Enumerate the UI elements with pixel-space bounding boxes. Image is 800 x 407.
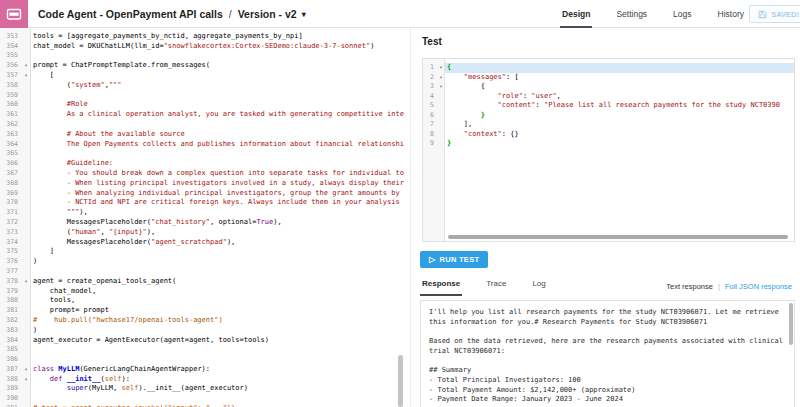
test-input-editor[interactable]: 1▾{2▾ "messages": [3▾ {4 "role": "user",…: [422, 58, 795, 242]
code-line: 4 "role": "user",: [423, 92, 794, 102]
app-window: Code Agent - OpenPayment API calls / Ver…: [0, 0, 800, 407]
code-agent-icon: [0, 0, 28, 28]
response-line: trial NCT03906071:: [429, 347, 786, 357]
code-line: 2▾ "messages": [: [423, 73, 794, 83]
response-line: Based on the data retrieved, here are th…: [429, 337, 786, 347]
code-line: 388▾ def __init__(self):: [0, 375, 404, 385]
code-line: 357▾ [: [0, 71, 404, 81]
code-line: 370 - NCTId and NPI are critical foreign…: [0, 198, 404, 208]
tab-trace[interactable]: Trace: [484, 277, 508, 296]
code-line: 360 #Role: [0, 100, 404, 110]
code-line: 354chat_model = DKUChatLLM(llm_id="snowf…: [0, 42, 404, 52]
code-line: 376): [0, 257, 404, 267]
code-line: 371 """),: [0, 208, 404, 218]
full-json-response-link[interactable]: Full JSON response: [725, 282, 792, 291]
header: Code Agent - OpenPayment API calls / Ver…: [0, 0, 800, 28]
code-line: 377: [0, 267, 404, 277]
code-line: 355: [0, 51, 404, 61]
code-line: 386: [0, 355, 404, 365]
response-format-links: Text response | Full JSON response: [666, 282, 792, 291]
code-line: 364 The Open Payments collects and publi…: [0, 140, 404, 150]
code-line: 362: [0, 120, 404, 130]
code-line: 9}: [423, 139, 794, 149]
saved-button[interactable]: SAVED!: [749, 5, 800, 23]
panel-divider: [410, 28, 411, 407]
test-editor-hscrollbar[interactable]: [448, 235, 788, 239]
response-line: [429, 327, 786, 337]
response-line: ## Summary: [429, 366, 786, 376]
code-line: 8 "context": {}: [423, 130, 794, 140]
response-output[interactable]: I'll help you list all research payments…: [420, 300, 795, 407]
play-icon: ▷: [429, 256, 435, 264]
code-line: 6 }: [423, 111, 794, 121]
code-line: 1▾{: [423, 63, 794, 73]
code-line: 382# hub.pull("hwchase17/openai-tools-ag…: [0, 316, 404, 326]
save-icon: [758, 10, 767, 19]
response-line: this information for you.# Research Paym…: [429, 318, 786, 328]
code-line: 378▾agent = create_openai_tools_agent(: [0, 277, 404, 287]
tab-response[interactable]: Response: [420, 277, 462, 296]
page-title: Code Agent - OpenPayment API calls: [38, 8, 223, 20]
code-line: 356▾prompt = ChatPromptTemplate.from_mes…: [0, 61, 404, 71]
code-line: 369 - When analyzing individual principa…: [0, 189, 404, 199]
code-line: 359: [0, 91, 404, 101]
code-line: 361 As a clinical operation analyst, you…: [0, 110, 404, 120]
code-line: 367 - You should break down a complex qu…: [0, 169, 404, 179]
version-label: Version - v2: [238, 8, 297, 20]
code-line: 380 tools,: [0, 296, 404, 306]
code-line: 375 ]: [0, 247, 404, 257]
chevron-down-icon: ▾: [302, 10, 306, 19]
code-line: 366 #Guideline:: [0, 159, 404, 169]
code-line: 3▾ {: [423, 82, 794, 92]
code-line: 390: [0, 394, 404, 404]
code-line: 353tools = [aggregate_payments_by_nctid,…: [0, 32, 404, 42]
tab-logs[interactable]: Logs: [673, 0, 691, 28]
code-editor[interactable]: 352353tools = [aggregate_payments_by_nct…: [0, 28, 404, 407]
response-line: [429, 356, 786, 366]
code-line: 387▾class MyLLM(GenericLangChainAgentWra…: [0, 365, 404, 375]
code-line: 383): [0, 326, 404, 336]
response-line: - Total Payment Amount: $2,142,000+ (app…: [429, 386, 786, 396]
version-selector[interactable]: Version - v2 ▾: [238, 8, 306, 20]
code-line: 385: [0, 345, 404, 355]
code-line: 358 ("system",""": [0, 81, 404, 91]
code-line: 372 MessagesPlaceholder("chat_history", …: [0, 218, 404, 228]
code-line: 7 ],: [423, 120, 794, 130]
code-line: 384agent_executor = AgentExecutor(agent=…: [0, 336, 404, 346]
test-section-title: Test: [422, 36, 442, 47]
code-line: 389 super(MyLLM, self).__init__(agent_ex…: [0, 384, 404, 394]
tab-history[interactable]: History: [718, 0, 744, 28]
breadcrumb: Code Agent - OpenPayment API calls / Ver…: [38, 0, 306, 28]
response-line: - Total Principal Investigators: 100: [429, 376, 786, 386]
code-line: 365: [0, 149, 404, 159]
code-line: 379 chat_model,: [0, 287, 404, 297]
tab-design[interactable]: Design: [562, 0, 590, 28]
code-line: 363 # About the available source: [0, 130, 404, 140]
code-line: 368 - When listing principal investigato…: [0, 179, 404, 189]
text-response-link[interactable]: Text response: [666, 282, 713, 291]
response-line: - Payment Date Range: January 2023 - Jun…: [429, 395, 786, 405]
response-scrollbar[interactable]: [789, 303, 793, 345]
code-line: 373 ("human", "{input}"),: [0, 228, 404, 238]
header-tabs: Design Settings Logs History: [562, 0, 744, 28]
run-test-button[interactable]: ▷ RUN TEST: [420, 251, 488, 268]
response-line: I'll help you list all research payments…: [429, 308, 786, 318]
result-tabs: Response Trace Log: [420, 277, 548, 296]
code-line: 5 "content": "Please list all research p…: [423, 101, 794, 111]
code-line: 381 prompt= prompt: [0, 306, 404, 316]
tab-log[interactable]: Log: [530, 277, 547, 296]
tab-settings[interactable]: Settings: [616, 0, 647, 28]
code-line: 374 MessagesPlaceholder("agent_scratchpa…: [0, 238, 404, 248]
code-editor-scrollbar[interactable]: [398, 355, 403, 407]
